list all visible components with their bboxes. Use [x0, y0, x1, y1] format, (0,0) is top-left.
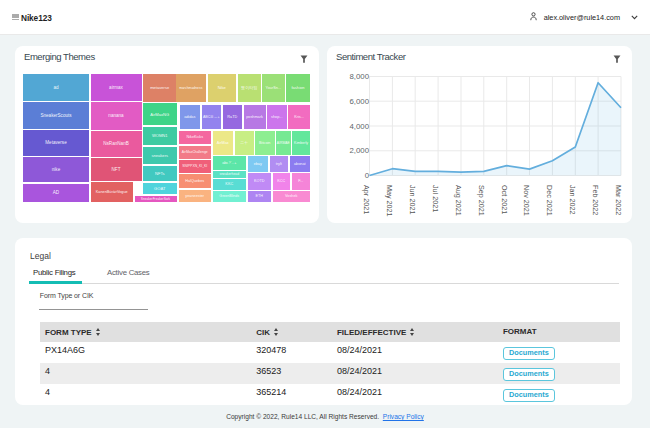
svg-text:Oct 2021: Oct 2021 — [500, 185, 509, 214]
svg-text:Apr 2021: Apr 2021 — [362, 185, 371, 214]
svg-text:6,000: 6,000 — [349, 97, 369, 106]
svg-text:Jul 2021: Jul 2021 — [431, 185, 440, 212]
svg-text:Nov 2021: Nov 2021 — [522, 185, 531, 216]
svg-text:Feb 2022: Feb 2022 — [591, 185, 600, 215]
svg-text:4,000: 4,000 — [349, 122, 369, 131]
svg-text:2,000: 2,000 — [349, 146, 369, 155]
svg-text:Jan 2022: Jan 2022 — [568, 185, 577, 215]
svg-text:Mar 2022: Mar 2022 — [614, 185, 623, 215]
svg-text:0: 0 — [365, 171, 370, 180]
svg-text:May 2021: May 2021 — [385, 185, 394, 217]
svg-text:8,000: 8,000 — [349, 72, 369, 81]
svg-text:Aug 2021: Aug 2021 — [454, 185, 463, 216]
svg-text:Dec 2021: Dec 2021 — [545, 185, 554, 216]
svg-text:Sep 2021: Sep 2021 — [477, 185, 486, 216]
svg-text:Jun 2021: Jun 2021 — [408, 185, 417, 215]
